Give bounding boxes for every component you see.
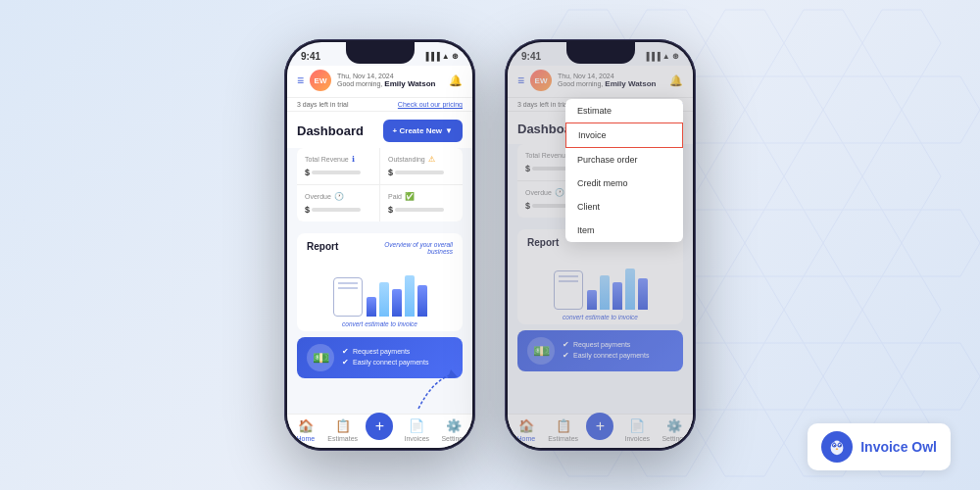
nav-home-1[interactable]: 🏠 Home [288, 418, 322, 442]
phone-1-screen: 9:41 ▐▐▐ ▲ ⊛ ≡ EW Thu, Nov 14, 2024 Good… [287, 42, 472, 448]
stat-bar-paid-1 [395, 208, 444, 212]
convert-note-2: convert estimate to invoice [527, 314, 673, 320]
banner-icon-2: 💵 [527, 337, 555, 365]
svg-marker-30 [745, 343, 823, 410]
dropdown-item[interactable]: Item [565, 219, 683, 242]
stat-label-overdue-1: Overdue 🕐 [305, 192, 371, 201]
invoices-icon-2: 📄 [629, 418, 645, 433]
dropdown-purchase-order[interactable]: Purchase order [565, 148, 683, 172]
chart-bars-1 [367, 275, 427, 317]
pricing-link-1[interactable]: Check out our pricing [398, 101, 463, 108]
banner-items-1: ✔ Request payments ✔ Easily connect paym… [342, 347, 428, 368]
svg-point-45 [840, 445, 841, 446]
dropdown-credit-memo[interactable]: Credit memo [565, 172, 683, 195]
section-gap-1 [287, 221, 472, 227]
clock-icon-2: 🕐 [555, 188, 564, 197]
svg-marker-2 [706, 10, 784, 76]
dropdown-client[interactable]: Client [565, 195, 683, 219]
logo-owl-text: Owl [911, 439, 937, 455]
nav-home-2[interactable]: 🏠 Home [509, 418, 543, 442]
svg-marker-8 [745, 76, 823, 143]
home-icon-2: 🏠 [518, 418, 534, 433]
status-icons-2: ▐▐▐ ▲ ⊛ [644, 52, 679, 61]
dropdown-estimate[interactable]: Estimate [565, 99, 683, 122]
bar2-1 [587, 290, 597, 310]
svg-marker-3 [784, 10, 862, 76]
check-3: ✔ [563, 340, 569, 349]
bell-icon-1[interactable]: 🔔 [449, 74, 463, 87]
bottom-nav-1: 🏠 Home 📋 Estimates + 📄 Invoices ⚙️ Setti… [287, 414, 472, 448]
check-2: ✔ [342, 358, 349, 367]
dash-header-1: Dashboard + Create New ▼ [287, 112, 472, 148]
svg-marker-10 [902, 76, 980, 143]
stat-value-outstanding-1: $ [388, 168, 455, 177]
bar2-3 [612, 282, 622, 310]
nav-estimates-1[interactable]: 📋 Estimates [325, 418, 360, 442]
nav-invoices-2[interactable]: 📄 Invoices [620, 418, 655, 442]
home-icon-1: 🏠 [298, 418, 314, 433]
menu-icon-1[interactable]: ≡ [297, 74, 304, 87]
stat-bar-overdue-1 [312, 208, 361, 212]
chart-illustration-2 [527, 256, 673, 310]
svg-marker-13 [706, 143, 784, 210]
bar2-4 [625, 269, 635, 310]
bottom-nav-2: 🏠 Home 📋 Estimates + 📄 Invoices ⚙️ Setti… [508, 414, 693, 448]
stat-label-revenue-1: Total Revenue ℹ [305, 155, 371, 164]
status-icons-1: ▐▐▐ ▲ ⊛ [423, 52, 459, 61]
trial-text-1: 3 days left in trial [297, 101, 349, 108]
bar-3 [392, 289, 402, 317]
bar-1 [367, 297, 376, 317]
stat-value-revenue-1: $ [305, 168, 371, 177]
svg-marker-15 [862, 143, 941, 210]
check-4: ✔ [563, 351, 569, 360]
banner-item-2: ✔ Easily connect payments [342, 358, 428, 367]
header-date-2: Thu, Nov 14, 2024 [558, 73, 656, 79]
report-section-1: Report Overview of your overall business [297, 233, 463, 331]
banner-item-4: ✔ Easily connect payments [563, 351, 649, 360]
nav-estimates-2[interactable]: 📋 Estimates [546, 418, 580, 442]
header-date-1: Thu, Nov 14, 2024 [337, 73, 435, 79]
menu-icon-2[interactable]: ≡ [517, 74, 524, 87]
report-header-1: Report Overview of your overall business [307, 241, 453, 255]
svg-marker-14 [784, 143, 862, 210]
chart-bars-2 [587, 269, 648, 310]
stat-overdue-1: Overdue 🕐 $ [297, 185, 379, 221]
create-new-button-1[interactable]: + Create New ▼ [383, 120, 463, 142]
stat-outstanding-1: Outstanding ⚠ $ [380, 148, 463, 184]
plus-circle-2[interactable]: + [586, 413, 613, 440]
phone-2-screen: 9:41 ▐▐▐ ▲ ⊛ ≡ EW Thu, Nov 14, 2024 Good… [508, 42, 693, 448]
banner-2: 💵 ✔ Request payments ✔ Easily connect pa… [517, 330, 683, 371]
create-btn-label-1: + Create New [393, 126, 442, 135]
convert-note-1: convert estimate to invoice [307, 320, 453, 327]
check-1: ✔ [342, 347, 349, 356]
plus-circle-1[interactable]: + [366, 413, 393, 440]
nav-settings-1[interactable]: ⚙️ Settings [437, 418, 471, 442]
phone-2: 9:41 ▐▐▐ ▲ ⊛ ≡ EW Thu, Nov 14, 2024 Good… [505, 39, 696, 451]
banner-item-3: ✔ Request payments [563, 340, 649, 349]
header-left-2: ≡ EW Thu, Nov 14, 2024 Good morning, Emi… [517, 70, 656, 91]
dropdown-invoice[interactable]: Invoice [565, 122, 683, 148]
nav-invoices-1[interactable]: 📄 Invoices [400, 418, 434, 442]
dash-title-1: Dashboard [297, 123, 364, 138]
dropdown-menu: Estimate Invoice Purchase order Credit m… [565, 99, 683, 242]
svg-marker-4 [862, 10, 941, 76]
logo-text: Invoice Owl [860, 439, 937, 455]
chart-doc-2 [554, 270, 583, 310]
nav-plus-2[interactable]: + [583, 420, 617, 440]
nav-plus-1[interactable]: + [363, 420, 397, 440]
greeting-1: Good morning, [337, 80, 382, 87]
stat-value-overdue-1: $ [305, 205, 371, 215]
greeting-2: Good morning, [558, 80, 603, 87]
report-note-1: Overview of your overall business [374, 241, 453, 255]
bell-icon-2[interactable]: 🔔 [669, 74, 683, 87]
report-title-2: Report [527, 237, 559, 248]
chart-illustration-1 [307, 263, 453, 317]
bar2-5 [638, 278, 648, 310]
svg-marker-24 [706, 276, 784, 343]
svg-marker-9 [823, 76, 902, 143]
invoice-owl-logo: Invoice Owl [808, 423, 951, 470]
banner-item-1: ✔ Request payments [342, 347, 428, 356]
info-icon-outstanding-1: ⚠ [428, 155, 435, 164]
nav-settings-2[interactable]: ⚙️ Settings [658, 418, 692, 442]
banner-icon-1: 💵 [307, 344, 334, 371]
